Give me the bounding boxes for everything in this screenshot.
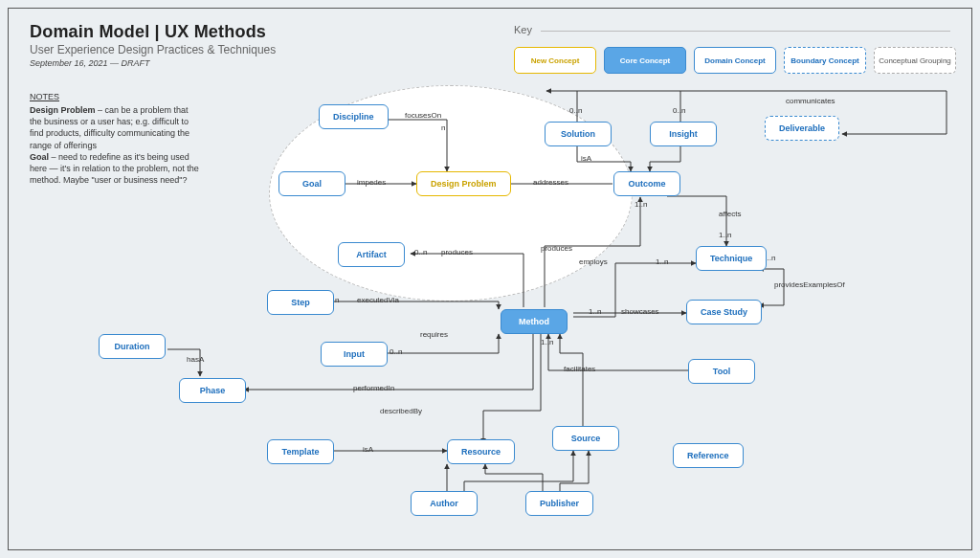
page-dateline: September 16, 2021 — DRAFT: [30, 58, 150, 68]
node-outcome[interactable]: Outcome: [613, 171, 680, 196]
node-duration[interactable]: Duration: [99, 334, 166, 359]
key-rule: [541, 31, 950, 32]
edge-label-produces-1: produces: [541, 244, 572, 253]
node-goal[interactable]: Goal: [278, 171, 345, 196]
edge-card-1n-6: 1..n: [541, 338, 553, 346]
edge-label-isA-2: isA: [363, 445, 373, 454]
node-publisher[interactable]: Publisher: [525, 491, 593, 516]
edge-card-0n-1: 0..n: [569, 106, 582, 115]
edge-card-0n-2: 0..n: [673, 106, 685, 115]
edge-label-describedBy: describedBy: [380, 407, 422, 415]
edge-label-impedes: impedes: [357, 178, 386, 187]
node-deliverable[interactable]: Deliverable: [765, 116, 839, 141]
node-reference[interactable]: Reference: [673, 443, 744, 468]
node-design-problem[interactable]: Design Problem: [416, 171, 511, 196]
edge-card-0n-3: 0..n: [414, 248, 427, 257]
node-insight[interactable]: Insight: [650, 122, 717, 146]
key-label: Key: [514, 24, 532, 35]
node-author[interactable]: Author: [411, 491, 478, 516]
key-swatch-new: New Concept: [514, 47, 596, 74]
node-artifact[interactable]: Artifact: [338, 242, 405, 267]
edge-card-0n-4: 0..n: [390, 347, 402, 356]
key-swatch-group: Conceptual Grouping: [874, 47, 956, 74]
page-title: Domain Model | UX Methods: [30, 22, 266, 42]
notes-block: NOTES Design Problem – can be a problem …: [30, 91, 202, 186]
node-method[interactable]: Method: [501, 309, 568, 334]
edge-label-executedVia: executedVia: [357, 296, 399, 304]
edge-label-produces-2: produces: [441, 248, 473, 257]
edge-label-isA-1: isA: [581, 154, 591, 163]
edge-label-addresses: addresses: [533, 178, 568, 187]
edge-label-communicates: communicates: [786, 97, 835, 105]
node-input[interactable]: Input: [321, 342, 388, 367]
edge-label-affects: affects: [719, 210, 741, 218]
key-swatch-domain: Domain Concept: [694, 47, 776, 74]
edge-label-focusesOn: focusesOn: [405, 111, 441, 120]
node-solution[interactable]: Solution: [545, 122, 612, 146]
edge-label-employs: employs: [579, 257, 608, 266]
notes-body: Design Problem – can be a problem that t…: [30, 105, 199, 185]
edge-label-showcases: showcases: [621, 307, 659, 316]
canvas-frame: Domain Model | UX Methods User Experienc…: [8, 8, 972, 550]
key-swatch-core: Core Concept: [604, 47, 686, 74]
edge-label-requires: requires: [420, 330, 448, 339]
page-subtitle: User Experience Design Practices & Techn…: [30, 43, 276, 56]
notes-heading: NOTES: [30, 91, 202, 102]
edge-label-facilitates: facilitates: [564, 365, 595, 373]
node-discipline[interactable]: Discipline: [319, 104, 389, 129]
node-tool[interactable]: Tool: [688, 359, 755, 384]
node-technique[interactable]: Technique: [696, 246, 767, 271]
edge-label-performedIn: performedIn: [353, 384, 394, 392]
node-resource[interactable]: Resource: [447, 439, 515, 464]
edge-card-n-1: n: [441, 123, 445, 132]
edge-card-1n-2: 1..n: [656, 257, 668, 266]
key-row: New Concept Core Concept Domain Concept …: [514, 47, 956, 74]
edge-card-1n-7: 1..n: [719, 231, 731, 239]
node-step[interactable]: Step: [267, 290, 334, 315]
edge-card-1n-4: 1..n: [589, 307, 601, 316]
node-template[interactable]: Template: [267, 439, 334, 464]
edge-label-hasA: hasA: [187, 355, 204, 364]
node-phase[interactable]: Phase: [179, 378, 246, 403]
node-case-study[interactable]: Case Study: [686, 300, 762, 324]
edge-label-providesExamplesOf: providesExamplesOf: [774, 280, 845, 289]
key-swatch-boundary: Boundary Concept: [784, 47, 866, 74]
node-source[interactable]: Source: [552, 426, 619, 451]
edge-card-1n-8: 1..n: [635, 200, 647, 209]
